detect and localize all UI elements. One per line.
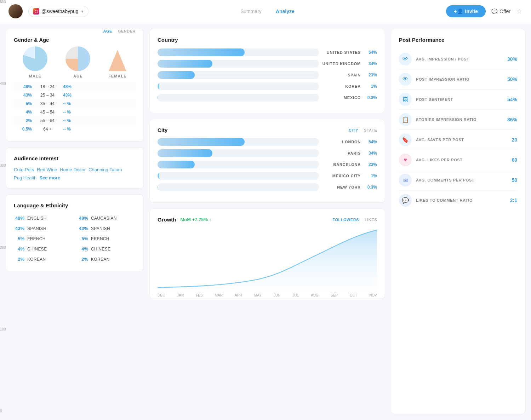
female-label: FEMALE	[108, 74, 126, 78]
city-title: City	[158, 127, 167, 133]
growth-chart-container: 5004003002001000 DECJANFEBMARAPRMAYJUNJU…	[158, 228, 377, 291]
city-bars: LONDON 54% PARIS 34% BARCELONA 23% MEXIC…	[158, 138, 377, 191]
tab-likes[interactable]: LIKES	[365, 218, 377, 222]
table-row: 2% 55 – 64 -- %	[14, 116, 136, 125]
growth-header: Growth MoM +7.75% ↑ FOLLOWERS LIKES	[158, 217, 377, 223]
ethnicity-name: SPANISH	[91, 226, 110, 231]
language-row: 48%ENGLISH	[14, 214, 72, 222]
perf-value: 50	[512, 177, 517, 183]
x-axis-label: JUN	[274, 293, 280, 297]
bar-label: NEW YORK	[322, 185, 361, 189]
ethnicity-pct: 4%	[78, 246, 88, 252]
header-nav: Summary Analyze	[94, 8, 440, 14]
x-axis-label: MAY	[254, 293, 262, 297]
interest-tag[interactable]: Cute Pets	[14, 167, 34, 172]
tab-gender[interactable]: GENDER	[118, 29, 136, 33]
language-row: 2%KOREAN	[14, 255, 72, 263]
perf-label: STORIES IMPRESSION RATIO	[416, 117, 503, 122]
interest-tag[interactable]: Home Decor	[60, 167, 86, 172]
ethnicity-name: CAUCASIAN	[91, 216, 117, 221]
tab-age[interactable]: AGE	[103, 29, 112, 33]
perf-icon-eye: 👁	[399, 73, 412, 86]
y-axis-label: 300	[0, 163, 6, 167]
perf-label: POST SENTIMENT	[416, 97, 503, 102]
x-axis-label: JUL	[292, 293, 299, 297]
female-chart: FEMALE	[108, 50, 126, 78]
female-pct: -- %	[62, 125, 136, 133]
post-performance-title: Post Performance	[399, 37, 517, 43]
bar-row: MEXICO CITY 1%	[158, 172, 377, 180]
male-pct: 2%	[14, 116, 33, 125]
bar-pct: 23%	[364, 162, 377, 167]
bar-label: LONDON	[322, 140, 361, 144]
bar-label: MEXICO	[322, 96, 361, 100]
bar-fill	[158, 71, 195, 79]
bar-row: SPAIN 23%	[158, 71, 377, 79]
perf-value: 50%	[507, 76, 517, 82]
female-pct: -- %	[62, 99, 136, 108]
see-more-button[interactable]: See more	[39, 175, 60, 180]
account-name: @sweetbabypug	[41, 8, 79, 14]
performance-row: ✉ AVG. COMMENTS PER POST 50	[399, 170, 517, 190]
invite-button[interactable]: +👤 Invite	[446, 5, 486, 17]
left-column: Gender & Age AGE GENDER MALE AGE FEMALE	[6, 29, 144, 414]
x-axis-label: SEP	[331, 293, 338, 297]
bar-row: LONDON 54%	[158, 138, 377, 146]
bar-pct: 23%	[364, 73, 377, 77]
chart-area-fill	[158, 230, 377, 291]
perf-value: 86%	[507, 117, 517, 122]
perf-icon-image: 🖼	[399, 93, 412, 106]
male-pct: 5%	[14, 99, 33, 108]
growth-chart-svg	[158, 228, 377, 291]
invite-icon: +👤	[454, 8, 463, 14]
bar-row: UNITED STATES 54%	[158, 48, 377, 56]
interest-tag[interactable]: Pug Health	[14, 175, 36, 180]
bar-fill	[158, 161, 195, 168]
perf-value: 60	[512, 157, 517, 163]
bar-track	[158, 48, 319, 56]
growth-mom-badge: MoM +7.75% ↑	[181, 217, 212, 222]
star-icon[interactable]: ☆	[516, 7, 523, 16]
interest-tag[interactable]: Red Wine	[37, 167, 57, 172]
bar-track	[158, 172, 319, 180]
ethnicity-name: FRENCH	[91, 236, 109, 241]
tab-city[interactable]: CITY	[349, 128, 358, 132]
performance-metrics: 👁 AVG. IMPRESSION / POST 30% 👁 POST IMPR…	[399, 49, 517, 210]
account-selector[interactable]: @sweetbabypug ▼	[28, 6, 88, 17]
perf-icon-story: 📋	[399, 113, 412, 126]
language-pct: 48%	[14, 215, 24, 221]
bar-pct: 34%	[364, 151, 377, 156]
bar-label: PARIS	[322, 151, 361, 155]
ethnicity-pct: 5%	[78, 236, 88, 241]
language-row: 43%SPANISH	[14, 224, 72, 232]
language-ethnicity-grid: 48%ENGLISH48%CAUCASIAN43%SPANISH43%SPANI…	[14, 214, 136, 263]
bar-track	[158, 94, 319, 102]
growth-card: Growth MoM +7.75% ↑ FOLLOWERS LIKES 5004…	[149, 208, 385, 299]
nav-analyze[interactable]: Analyze	[276, 8, 295, 14]
tab-followers[interactable]: FOLLOWERS	[332, 218, 359, 222]
tab-state[interactable]: STATE	[364, 128, 377, 132]
offer-button[interactable]: 💬 Offer	[491, 8, 510, 14]
x-axis-label: OCT	[350, 293, 357, 297]
city-tabs: CITY STATE	[349, 128, 377, 132]
y-axis-label: 200	[0, 246, 6, 249]
perf-value: 30%	[507, 56, 517, 62]
performance-row: 💬 LIKES TO COMMENT RATIO 2:1	[399, 190, 517, 210]
perf-label: AVG. LIKES PER POST	[416, 158, 507, 162]
header-actions: +👤 Invite 💬 Offer ☆	[446, 5, 523, 17]
bar-row: BARCELONA 23%	[158, 161, 377, 168]
interest-tags: Cute PetsRed WineHome DecorChanning Tatu…	[14, 167, 136, 180]
avatar	[8, 4, 23, 18]
table-row: 4% 45 – 54 -- %	[14, 108, 136, 116]
interest-tag[interactable]: Channing Tatum	[88, 167, 122, 172]
perf-label: AVG. SAVES PER POST	[416, 138, 507, 142]
x-axis-label: NOV	[369, 293, 377, 297]
bar-pct: 0.3%	[364, 95, 377, 100]
nav-summary[interactable]: Summary	[240, 8, 262, 14]
bar-pct: 54%	[364, 50, 377, 55]
perf-icon-eye: 👁	[399, 53, 412, 65]
bar-label: UNITED KINGDOM	[322, 62, 361, 66]
male-chart: MALE	[23, 46, 47, 78]
ethnicity-row: 48%CAUCASIAN	[78, 214, 136, 222]
bar-label: SPAIN	[322, 73, 361, 77]
